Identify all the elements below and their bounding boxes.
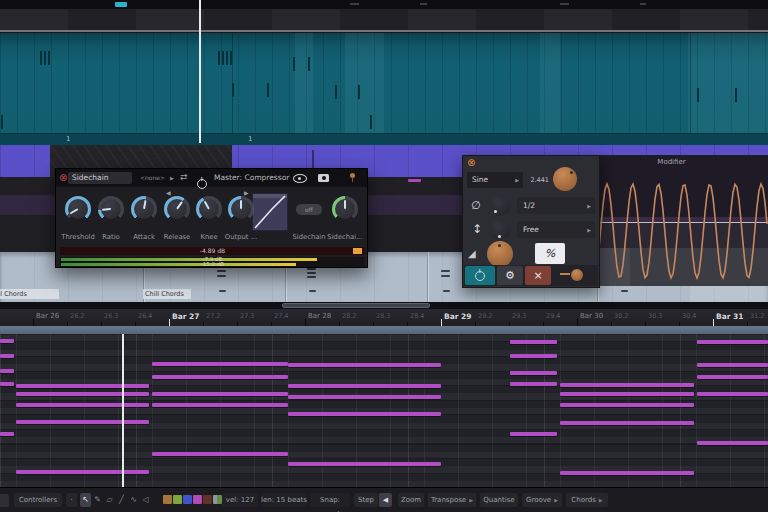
audio-clip-lane[interactable] xyxy=(0,33,768,133)
clip-name-tag[interactable]: Chill Chords xyxy=(0,289,59,299)
controllers-button[interactable]: Controllers xyxy=(14,493,62,507)
midi-note[interactable] xyxy=(697,375,768,379)
midi-note[interactable] xyxy=(560,383,694,387)
horizontal-scrollbar[interactable] xyxy=(0,302,768,309)
plugin-header[interactable]: ⊗ Sidechain <none> ▶ ⇄ Master: Compresso… xyxy=(56,169,367,187)
midi-note[interactable] xyxy=(16,384,149,388)
loop-range-strip[interactable] xyxy=(0,326,768,334)
bipolar-toggle-button[interactable]: % xyxy=(535,243,565,264)
midi-note[interactable] xyxy=(152,452,288,456)
next-arrow-icon[interactable]: ▶ xyxy=(244,189,249,196)
midi-note[interactable] xyxy=(0,432,14,436)
color-swatch[interactable] xyxy=(193,495,202,504)
color-swatch[interactable] xyxy=(213,495,222,504)
midi-note[interactable] xyxy=(510,354,557,358)
midi-note[interactable] xyxy=(697,441,768,445)
brush-tool[interactable]: ∿ xyxy=(128,493,139,507)
midi-note[interactable] xyxy=(0,354,14,358)
midi-note[interactable] xyxy=(0,382,14,386)
midi-note[interactable] xyxy=(288,412,441,416)
quantise-button[interactable]: Quantise xyxy=(480,493,518,507)
camera-icon[interactable] xyxy=(318,174,329,182)
midi-note[interactable] xyxy=(152,403,288,407)
compressor-plugin-window[interactable]: ⊗ Sidechain <none> ▶ ⇄ Master: Compresso… xyxy=(55,168,368,268)
phase-knob[interactable] xyxy=(490,196,510,216)
transpose-button[interactable]: Transpose▶ xyxy=(428,493,476,507)
midi-note[interactable] xyxy=(560,421,694,425)
note-grid[interactable] xyxy=(0,334,768,487)
color-swatch[interactable] xyxy=(163,495,172,504)
midi-note[interactable] xyxy=(560,403,694,407)
midi-note[interactable] xyxy=(0,369,14,373)
prev-arrow-icon[interactable]: ◀ xyxy=(166,189,171,196)
knob-release[interactable] xyxy=(164,196,190,222)
snap-field[interactable]: Snap: smart xyxy=(310,493,350,507)
bar-ruler[interactable]: Bar 2626.226.326.4Bar 2727.227.327.4Bar … xyxy=(0,309,768,327)
power-icon[interactable] xyxy=(197,179,207,189)
knob-ratio[interactable] xyxy=(98,196,124,222)
groove-button[interactable]: Groove▶ xyxy=(522,493,562,507)
midi-note[interactable] xyxy=(510,340,557,344)
midi-note[interactable] xyxy=(510,371,557,375)
color-swatch[interactable] xyxy=(173,495,182,504)
length-field[interactable]: len: 15 beats xyxy=(261,493,307,507)
midi-note[interactable] xyxy=(697,340,768,344)
midi-note[interactable] xyxy=(510,432,557,436)
pointer-tool[interactable]: ↖ xyxy=(80,493,91,507)
close-modifier-icon[interactable]: ⊗ xyxy=(467,157,475,168)
clip-name-tag[interactable]: Chill Chords xyxy=(143,289,191,299)
color-swatch[interactable] xyxy=(183,495,192,504)
step-button[interactable]: Step xyxy=(354,493,378,507)
wave-shape-select[interactable]: Sine▶ xyxy=(467,172,523,188)
midi-note[interactable] xyxy=(288,363,441,367)
preset-next-icon[interactable]: ▶ xyxy=(170,175,174,181)
knob-attack[interactable] xyxy=(131,196,157,222)
shuffle-icon[interactable]: ⇄ xyxy=(180,172,188,182)
line-tool[interactable]: ╱ xyxy=(116,493,127,507)
depth-knob[interactable] xyxy=(487,241,513,267)
midi-note[interactable] xyxy=(697,363,768,367)
arrangement-ruler[interactable] xyxy=(0,0,768,32)
settings-gear-button[interactable]: ⚙ xyxy=(497,266,523,285)
midi-note[interactable] xyxy=(0,339,14,343)
sync-mode-select[interactable]: Free▶ xyxy=(517,221,595,238)
mod-route-knob-icon[interactable] xyxy=(571,269,583,281)
modifier-panel[interactable]: ⊗ Sine▶ 2.441 ∅ 1/2▶ ↕ Free▶ ◢ % xyxy=(462,155,600,288)
sidechain-source-button[interactable]: off xyxy=(296,204,322,215)
eye-icon[interactable] xyxy=(293,174,307,183)
eraser-tool[interactable]: ▱ xyxy=(104,493,115,507)
color-swatch[interactable] xyxy=(203,495,212,504)
speaker-icon[interactable]: ◀ xyxy=(379,493,392,507)
midi-note[interactable] xyxy=(16,470,149,474)
midi-note[interactable] xyxy=(152,392,288,396)
midi-note[interactable] xyxy=(288,384,441,388)
midi-note[interactable] xyxy=(16,420,149,424)
audition-tool[interactable]: ◁ xyxy=(140,493,151,507)
modifier-power-button[interactable] xyxy=(465,266,495,285)
phase-mode-select[interactable]: 1/2▶ xyxy=(517,197,595,214)
device-name[interactable]: Sidechain xyxy=(68,172,132,184)
midi-note[interactable] xyxy=(16,392,149,396)
midi-note[interactable] xyxy=(288,462,441,466)
pin-icon[interactable] xyxy=(350,173,355,178)
rate-knob[interactable] xyxy=(553,167,577,191)
midi-note[interactable] xyxy=(16,403,149,407)
zoom-button[interactable]: Zoom xyxy=(398,493,424,507)
add-controller-button[interactable]: · xyxy=(66,493,77,507)
midi-note[interactable] xyxy=(152,375,288,379)
piano-roll[interactable] xyxy=(0,326,768,487)
velocity-field[interactable]: vel: 127 xyxy=(222,493,258,507)
midi-note[interactable] xyxy=(697,392,768,396)
midi-note[interactable] xyxy=(560,471,694,475)
pen-tool[interactable]: ✎ xyxy=(92,493,103,507)
midi-note[interactable] xyxy=(152,362,288,366)
chords-button[interactable]: Chords▶ xyxy=(566,493,608,507)
knob-knee[interactable] xyxy=(196,196,222,222)
preset-name[interactable]: <none> xyxy=(140,174,165,181)
scrollbar-handle[interactable] xyxy=(282,303,430,308)
bypass-icon[interactable]: ⊗ xyxy=(59,172,67,184)
amount-knob[interactable] xyxy=(490,220,510,240)
knob-output-[interactable] xyxy=(228,196,254,222)
knob-sidechai-[interactable] xyxy=(332,196,358,222)
delete-x-button[interactable]: × xyxy=(525,266,551,285)
